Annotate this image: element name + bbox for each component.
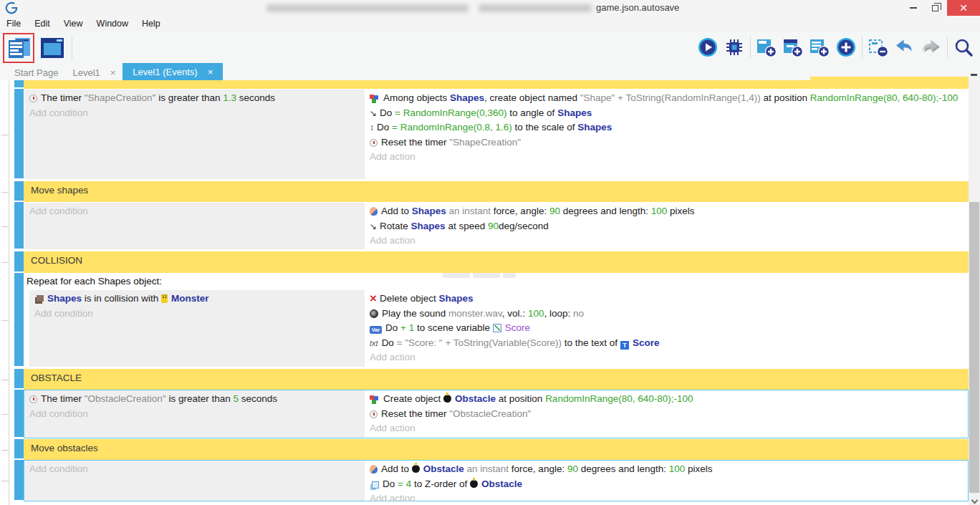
menu-edit[interactable]: Edit <box>34 19 50 29</box>
toolbar-separator <box>947 37 948 58</box>
add-circle-icon[interactable] <box>835 37 857 58</box>
text-segment: Add action <box>370 423 415 433</box>
add-event-icon[interactable] <box>756 37 777 58</box>
comment-text[interactable]: COLLISION <box>24 251 969 273</box>
debug-icon[interactable] <box>724 37 745 58</box>
action-line[interactable]: Add to Obstacle an instant force, angle:… <box>370 462 962 477</box>
event-selector-bar[interactable] <box>14 439 24 458</box>
text-segment: "ShapeCreation" <box>449 137 521 148</box>
condition-line[interactable]: Shapes is in collision with Monster <box>34 292 359 307</box>
tab-level1-events-[interactable]: Level1 (Events)× <box>123 63 223 80</box>
play-icon[interactable] <box>697 37 719 58</box>
close-button[interactable]: ✕ <box>947 0 980 16</box>
action-line[interactable]: Among objects Shapes, create object name… <box>370 91 962 106</box>
scrollbar-thumb[interactable] <box>969 202 979 493</box>
scrollbar-down-icon[interactable] <box>971 497 979 504</box>
comment-text[interactable]: Move shapes <box>24 181 969 202</box>
action-line[interactable]: Do = 4 to Z-order of Obstacle <box>370 477 962 492</box>
add-action[interactable]: Add action <box>370 234 962 249</box>
event-selector-bar[interactable] <box>14 202 24 249</box>
text-segment: is greater than <box>155 92 223 103</box>
text-segment: Reset the timer <box>381 137 449 148</box>
text-segment: Do <box>377 122 392 133</box>
add-action[interactable]: Add action <box>370 150 962 165</box>
redo-icon[interactable] <box>921 37 942 58</box>
tab-close-icon[interactable]: × <box>110 67 116 78</box>
text-segment: Do <box>380 107 395 118</box>
add-action[interactable]: Add action <box>370 421 962 436</box>
text-segment: Add action <box>370 352 415 362</box>
event-selector-bar[interactable] <box>14 251 24 271</box>
add-subevent-icon[interactable] <box>782 37 804 58</box>
event-selector-bar[interactable] <box>14 390 24 437</box>
event-selector-bar[interactable] <box>14 80 24 87</box>
tab-level1[interactable]: Level1× <box>65 64 123 80</box>
restore-button[interactable] <box>924 0 946 16</box>
text-segment: to scene variable <box>414 322 493 333</box>
comment-handle[interactable] <box>503 273 516 278</box>
event-selector-bar[interactable] <box>14 369 24 388</box>
action-line[interactable]: ×Delete object Shapes <box>370 292 962 307</box>
shapes-icon <box>37 295 44 302</box>
add-comment-icon[interactable] <box>809 37 830 58</box>
comment-handle[interactable] <box>473 273 500 278</box>
comment-handle[interactable] <box>443 273 470 278</box>
event-selector-bar[interactable] <box>14 273 24 366</box>
event-row: The timer "ShapeCreation" is greater tha… <box>0 89 969 180</box>
text-segment: to Z-order of <box>411 478 470 489</box>
search-icon[interactable] <box>953 37 974 58</box>
action-line[interactable]: Play the sound monster.wav, vol.: 100, l… <box>370 307 962 322</box>
comment-text[interactable]: Move obstacles <box>24 439 969 460</box>
condition-line[interactable]: The timer "ObstacleCreation" is greater … <box>29 392 359 407</box>
add-action[interactable]: Add action <box>370 350 962 365</box>
event-selector-bar[interactable] <box>14 89 24 178</box>
object-name: Obstacle <box>455 393 496 404</box>
add-condition[interactable]: Add condition <box>29 407 359 422</box>
action-line[interactable]: Reset the timer "ObstacleCreation" <box>370 407 962 422</box>
gutter-tick <box>1 192 9 193</box>
action-line[interactable]: Create object Obstacle at position Rando… <box>370 392 962 407</box>
menu-file[interactable]: File <box>6 19 21 29</box>
timer-icon <box>370 139 378 147</box>
undo-icon[interactable] <box>894 37 916 58</box>
gutter-tick <box>1 226 9 227</box>
tab-close-icon[interactable]: × <box>208 67 213 77</box>
add-condition[interactable]: Add condition <box>29 106 359 121</box>
action-line[interactable]: ↘Rotate Shapes at speed 90deg/second <box>370 219 962 234</box>
remove-event-icon[interactable] <box>868 37 889 58</box>
timer-icon <box>370 410 378 418</box>
action-line[interactable]: VarDo + 1 to scene variable Score <box>370 321 962 336</box>
add-action[interactable]: Add action <box>370 491 962 505</box>
action-line[interactable]: txtDo = "Score: " + ToString(Variable(Sc… <box>370 336 962 351</box>
text-segment: , create object named <box>484 92 580 103</box>
add-condition[interactable]: Add condition <box>34 307 359 322</box>
gutter-tick <box>1 380 9 380</box>
comment-text[interactable]: OBSTACLE <box>24 369 969 390</box>
text-segment: is greater than <box>166 393 234 404</box>
action-line[interactable]: ↕Do = RandomInRange(0.8, 1.6) to the sca… <box>370 120 962 135</box>
add-condition[interactable]: Add condition <box>29 204 359 219</box>
add-condition[interactable]: Add condition <box>29 462 359 477</box>
text-segment: Do <box>383 478 398 489</box>
event-selector-bar[interactable] <box>14 181 24 201</box>
menu-view[interactable]: View <box>64 19 83 29</box>
scene-variable-icon <box>493 324 501 332</box>
events-sheet-icon[interactable] <box>6 35 33 61</box>
text-segment: is in collision with <box>82 293 161 304</box>
tab-start-page[interactable]: Start Page <box>7 64 65 80</box>
event-rows: The timer "ShapeCreation" is greater tha… <box>0 80 969 501</box>
scene-editor-icon[interactable] <box>39 35 66 61</box>
condition-line[interactable]: The timer "ShapeCreation" is greater tha… <box>29 91 359 106</box>
text-segment: = "Score: " + ToString(Variable(Score)) <box>397 337 562 348</box>
action-line[interactable]: ↘Do = RandomInRange(0,360) to angle of S… <box>370 106 962 121</box>
timer-icon <box>29 95 37 102</box>
menu-help[interactable]: Help <box>142 19 160 29</box>
menu-window[interactable]: Window <box>97 19 128 29</box>
event-selector-bar[interactable] <box>14 460 24 500</box>
scrollbar-up-icon[interactable] <box>971 74 977 76</box>
text-segment: Add to <box>381 463 412 474</box>
action-line[interactable]: Add to Shapes an instant force, angle: 9… <box>370 204 962 219</box>
action-line[interactable]: Reset the timer "ShapeCreation" <box>370 135 962 150</box>
vertical-scrollbar[interactable] <box>969 80 980 505</box>
minimize-button[interactable] <box>903 0 924 16</box>
